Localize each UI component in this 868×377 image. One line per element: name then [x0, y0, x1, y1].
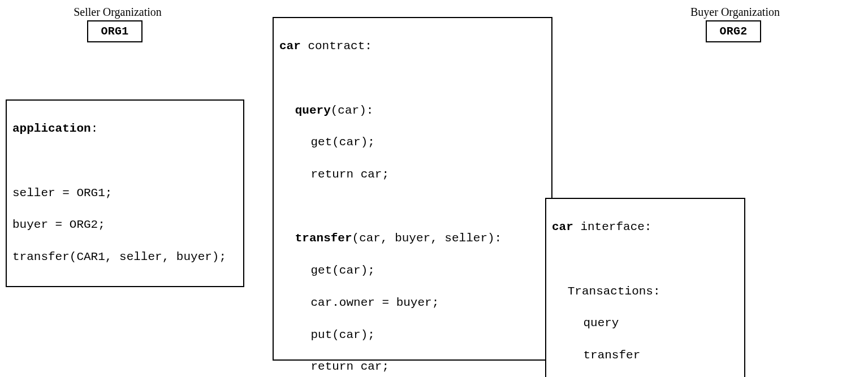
contract-transfer-line-1: get(car); — [279, 263, 546, 279]
interface-code-box: car interface: Transactions: query trans… — [545, 198, 745, 377]
application-title-rest: : — [91, 122, 98, 135]
interface-title-keyword: car — [552, 220, 573, 233]
contract-transfer-line-2: car.owner = buyer; — [279, 295, 546, 311]
contract-title-rest: contract: — [301, 40, 372, 53]
application-line-2: buyer = ORG2; — [12, 217, 237, 233]
application-code-box: application: seller = ORG1; buyer = ORG2… — [6, 99, 244, 287]
contract-query-signature: (car): — [331, 104, 374, 117]
org1-box: ORG1 — [87, 20, 142, 42]
interface-transaction-1: query — [552, 315, 739, 331]
application-line-1: seller = ORG1; — [12, 185, 237, 201]
interface-title-rest: interface: — [573, 220, 652, 233]
application-line-3: transfer(CAR1, seller, buyer); — [12, 249, 237, 265]
interface-transactions-header: Transactions: — [552, 284, 739, 300]
contract-transfer-line-4: return car; — [279, 359, 546, 375]
contract-transfer-signature: (car, buyer, seller): — [352, 232, 502, 245]
contract-query-line-2: return car; — [279, 167, 546, 183]
org2-box: ORG2 — [706, 20, 761, 42]
buyer-org-label: Buyer Organization — [684, 6, 786, 19]
contract-transfer-line-3: put(car); — [279, 327, 546, 343]
contract-code-box: car contract: query(car): get(car); retu… — [273, 17, 552, 361]
contract-title-keyword: car — [279, 40, 301, 53]
seller-org-label: Seller Organization — [67, 6, 169, 19]
interface-transaction-2: transfer — [552, 348, 739, 363]
contract-query-line-1: get(car); — [279, 135, 546, 150]
contract-query-keyword: query — [295, 104, 331, 117]
application-title-keyword: application — [12, 122, 91, 135]
contract-transfer-keyword: transfer — [295, 232, 352, 245]
